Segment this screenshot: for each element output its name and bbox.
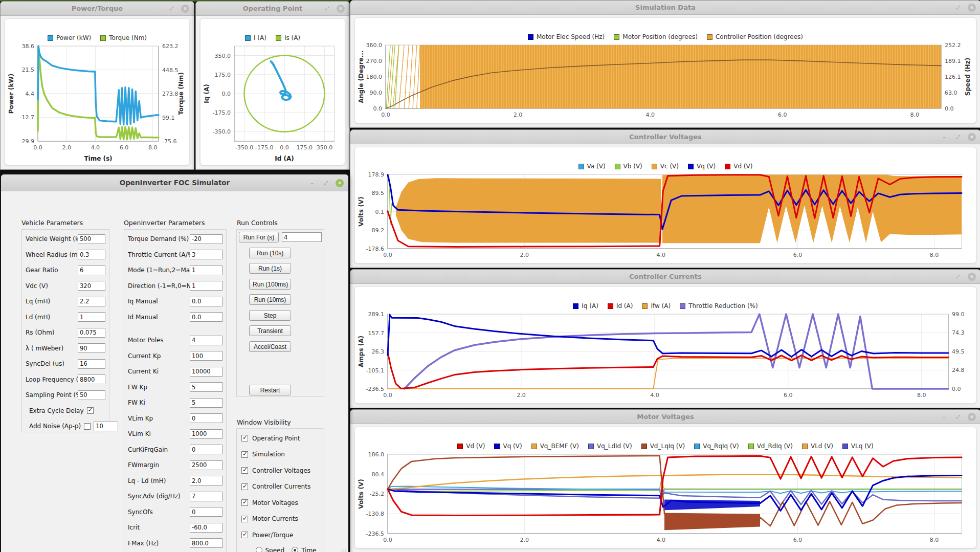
field-input-fw-ki[interactable] [190,398,222,408]
close-icon[interactable] [968,273,976,281]
svg-text:270.0: 270.0 [366,58,383,64]
svg-text:-350.0: -350.0 [213,128,231,135]
maximize-icon[interactable] [954,273,962,281]
field-input-ld-mh[interactable] [78,312,105,322]
field-input-rs-ohm[interactable] [78,328,105,338]
close-icon[interactable] [336,179,344,187]
field-input-torque-demand[interactable] [190,234,222,244]
field-input-syncofs[interactable] [190,507,222,517]
button-run-1s[interactable]: Run (1s) [249,263,291,274]
window-visibility-heading: Window Visibility [237,418,291,426]
button-transient[interactable]: Transient [249,325,291,336]
legend-label: Power (kW) [56,34,91,41]
controller-voltages-titlebar[interactable]: Controller Voltages [350,130,980,144]
power-torque-titlebar[interactable]: Power/Torque [1,2,194,16]
button-step[interactable]: Step [249,310,291,321]
visibility-checkbox-motor-voltages[interactable] [241,499,248,506]
window-title: Motor Voltages [350,410,980,424]
field-input-vlim-ki[interactable] [190,429,222,439]
visibility-row-motor-voltages: Motor Voltages [237,495,324,511]
legend-label: VLd (V) [811,443,833,450]
visibility-label: Simulation [252,451,285,458]
extra-cycle-delay-checkbox[interactable] [87,407,94,414]
chart-legend: Motor Elec Speed (Hz)Motor Position (deg… [355,18,976,42]
field-input-syncdel-us[interactable] [78,359,105,369]
minimize-icon[interactable] [308,179,316,187]
field-input-fw-kp[interactable] [190,382,222,392]
maximize-icon[interactable] [167,5,175,13]
run-for-button[interactable]: Run For (s) [239,232,279,242]
field-input-vdc-v[interactable] [78,281,105,291]
field-input-syncadv-dig-hz[interactable] [190,492,222,501]
field-input-throttle-current-a[interactable] [190,250,222,259]
field-input-gear-ratio[interactable] [78,266,105,275]
controller-currents-chart: 289.1157.726.3-105.1-236.599.074.349.524… [356,311,975,402]
field-input-curkifrqgain[interactable] [190,445,222,454]
maximize-icon[interactable] [954,413,962,421]
visibility-label: Motor Voltages [252,499,298,506]
close-icon[interactable] [337,5,345,13]
field-input-mode-1-run-2-man[interactable] [190,266,222,275]
close-icon[interactable] [968,4,976,12]
radio-speed[interactable] [256,547,262,552]
visibility-checkbox-operating-point[interactable] [241,435,248,441]
field-input-current-kp[interactable] [190,351,222,361]
visibility-checkbox-controller-voltages[interactable] [241,467,248,474]
resize-grip[interactable]: .:: [340,547,347,552]
field-input-motor-poles[interactable] [190,336,222,345]
close-icon[interactable] [181,5,189,13]
controller-currents-titlebar[interactable]: Controller Currents [350,270,980,284]
legend-label: Throttle Reduction (%) [688,302,758,310]
field-input-icrit[interactable] [190,523,222,533]
svg-text:8.0: 8.0 [910,112,920,118]
motor-voltages-titlebar[interactable]: Motor Voltages [350,410,980,424]
operating-point-titlebar[interactable]: Operating Point [196,2,349,16]
field-input-wheel-radius-m[interactable] [78,250,105,259]
field-input-lq-ld-mh[interactable] [190,476,222,485]
restart-button[interactable]: Restart [249,385,291,395]
minimize-icon[interactable] [940,4,948,12]
minimize-icon[interactable] [940,133,948,141]
main-titlebar[interactable]: OpenInverter FOC Simulator [1,174,348,192]
visibility-checkbox-motor-currents[interactable] [241,516,248,522]
field-input-lq-mh[interactable] [78,297,105,306]
visibility-checkbox-simulation[interactable] [241,451,248,458]
simulation-data-titlebar[interactable]: Simulation Data [350,1,980,15]
minimize-icon[interactable] [940,273,948,281]
field-label: Gear Ratio [26,267,78,274]
field-input-sampling-point[interactable] [78,390,105,400]
minimize-icon[interactable] [940,413,948,421]
field-input-fmax-hz[interactable] [190,538,222,548]
maximize-icon[interactable] [322,179,330,187]
svg-text:0.0: 0.0 [222,91,231,97]
button-run-100ms[interactable]: Run (100ms) [249,279,291,290]
radio-time[interactable] [292,547,298,552]
minimize-icon[interactable] [309,5,317,13]
field-input-fwmargin[interactable] [190,460,222,470]
field-input-direction-1-r-0-n-1-f[interactable] [190,281,222,291]
legend-swatch-icon [694,444,700,449]
field-input-current-ki[interactable] [190,367,222,377]
field-input-vlim-kp[interactable] [190,413,222,423]
field-input-loop-frequency-hz[interactable] [78,374,105,384]
maximize-icon[interactable] [954,4,962,12]
field-input-mweber[interactable] [78,343,105,353]
visibility-checkbox-power-torque[interactable] [241,532,248,538]
button-accel-coast[interactable]: Accel/Coast [249,341,291,352]
maximize-icon[interactable] [954,133,962,141]
legend-item-ifw-a: Ifw (A) [642,302,671,310]
field-input-vehicle-weight-kg[interactable] [78,234,105,244]
close-icon[interactable] [968,133,976,141]
visibility-checkbox-controller-currents[interactable] [241,483,248,490]
button-run-10ms[interactable]: Run (10ms) [249,294,291,305]
add-noise-input[interactable] [94,422,118,431]
field-row-vlim-kp: VLim Kp [124,411,226,427]
field-input-id-manual[interactable] [190,312,222,322]
field-input-iq-manual[interactable] [190,297,222,306]
close-icon[interactable] [968,413,976,421]
run-for-input[interactable] [282,232,322,242]
maximize-icon[interactable] [323,5,331,13]
button-run-10s[interactable]: Run (10s) [249,248,291,258]
minimize-icon[interactable] [153,5,162,13]
add-noise-checkbox[interactable] [84,423,91,430]
